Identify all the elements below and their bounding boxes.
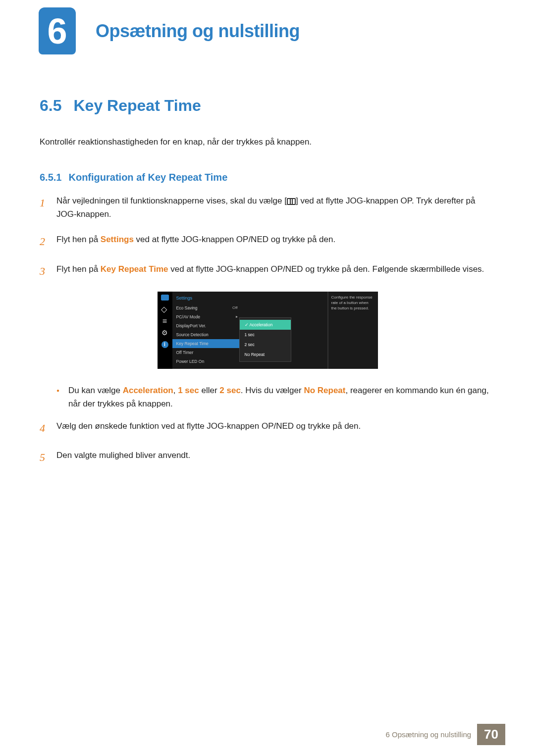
text-fragment: Når vejledningen til funktionsknapperne … [56, 196, 287, 205]
section-intro: Kontrollér reaktionshastigheden for en k… [40, 137, 495, 147]
page-footer: 6 Opsætning og nulstilling 70 [385, 724, 505, 745]
step-text: Vælg den ønskede funktion ved at flytte … [56, 419, 495, 437]
osd-item-label: Power LED On [176, 359, 205, 364]
osd-item-label: PC/AV Mode [176, 314, 201, 319]
gear-icon [160, 329, 169, 336]
text-fragment: Flyt hen på [56, 264, 101, 274]
osd-menu-item: Source Detection [172, 330, 242, 339]
section-heading: 6.5Key Repeat Time [40, 97, 495, 115]
chapter-number: 6 [39, 7, 76, 54]
section-number: 6.5 [40, 97, 61, 114]
subsection-number: 6.5.1 [40, 172, 61, 183]
subsection-title: Konfiguration af Key Repeat Time [68, 172, 227, 183]
osd-menu-item: Eco SavingOff [172, 303, 242, 312]
step-list-continued: 4 Vælg den ønskede funktion ved at flytt… [40, 419, 495, 466]
osd-menu-item: PC/AV Mode▸ [172, 312, 242, 321]
arrows-icon [161, 305, 169, 313]
highlighted-term: Key Repeat Time [101, 264, 168, 274]
step-item: 2 Flyt hen på Settings ved at flytte JOG… [40, 233, 495, 250]
step-text: Flyt hen på Key Repeat Time ved at flytt… [56, 262, 495, 280]
osd-item-label: Eco Saving [176, 305, 198, 310]
osd-description: Configure the response rate of a button … [328, 292, 378, 369]
step-text: Flyt hen på Settings ved at flytte JOG-k… [56, 233, 495, 250]
section-title: Key Repeat Time [73, 97, 201, 114]
text-fragment: , [173, 386, 178, 395]
step-number: 2 [40, 233, 54, 250]
osd-popup-item-active: Acceleration [240, 320, 291, 330]
list-icon [161, 318, 169, 324]
bullet-icon: ● [56, 387, 59, 410]
step-item: 1 Når vejledningen til funktionsknappern… [40, 194, 495, 221]
step-number: 3 [40, 262, 54, 280]
step-text: Den valgte mulighed bliver anvendt. [56, 449, 495, 466]
monitor-icon [161, 295, 169, 301]
highlighted-term: Settings [101, 235, 134, 244]
osd-item-value: Off [232, 305, 238, 310]
osd-item-label: DisplayPort Ver. [176, 323, 206, 328]
osd-popup: Acceleration 1 sec 2 sec No Repeat [239, 317, 291, 362]
highlighted-term: 2 sec [219, 386, 241, 395]
subsection-heading: 6.5.1Konfiguration af Key Repeat Time [40, 172, 495, 183]
osd-popup-item: 1 sec [240, 330, 291, 340]
chapter-header: 6 Opsætning og nulstilling [0, 7, 535, 54]
step-number: 5 [40, 449, 54, 466]
osd-menu-item: Power LED On [172, 357, 242, 366]
bullet-text: Du kan vælge Acceleration, 1 sec eller 2… [68, 384, 495, 410]
osd-menu-title: Settings [172, 295, 242, 303]
osd-item-label: Key Repeat Time [176, 341, 209, 346]
menu-icon [287, 198, 296, 205]
step-item: 4 Vælg den ønskede funktion ved at flytt… [40, 419, 495, 437]
text-fragment: Du kan vælge [68, 386, 123, 395]
osd-popup-item: 2 sec [240, 340, 291, 350]
osd-screenshot: i Settings Eco SavingOff PC/AV Mode▸ Dis… [40, 292, 495, 369]
chapter-title: Opsætning og nulstilling [96, 21, 300, 42]
osd-menu: Settings Eco SavingOff PC/AV Mode▸ Displ… [172, 292, 242, 369]
osd-menu-item-selected: Key Repeat Time [172, 339, 242, 348]
step-number: 4 [40, 419, 54, 437]
text-fragment: eller [199, 386, 220, 395]
info-icon: i [161, 341, 168, 348]
footer-text: 6 Opsætning og nulstilling [385, 730, 471, 739]
page-number: 70 [477, 724, 505, 745]
highlighted-term: No Repeat [304, 386, 345, 395]
osd-menu-item: Off Timer [172, 348, 242, 357]
bullet-list: ● Du kan vælge Acceleration, 1 sec eller… [40, 384, 495, 410]
step-item: 5 Den valgte mulighed bliver anvendt. [40, 449, 495, 466]
osd-item-label: Off Timer [176, 350, 194, 355]
step-number: 1 [40, 194, 54, 221]
text-fragment: Flyt hen på [56, 235, 101, 244]
osd-icon-column: i [158, 292, 172, 369]
osd-menu-item: DisplayPort Ver. [172, 321, 242, 330]
highlighted-term: Acceleration [123, 386, 173, 395]
highlighted-term: 1 sec [178, 386, 199, 395]
bullet-item: ● Du kan vælge Acceleration, 1 sec eller… [56, 384, 495, 410]
osd-item-value: ▸ [236, 314, 238, 319]
osd-popup-item: No Repeat [240, 350, 291, 359]
step-text: Når vejledningen til funktionsknapperne … [56, 194, 495, 221]
osd-item-label: Source Detection [176, 332, 209, 337]
text-fragment: ved at flytte JOG-knappen OP/NED og tryk… [168, 264, 484, 274]
step-item: 3 Flyt hen på Key Repeat Time ved at fly… [40, 262, 495, 280]
text-fragment: ved at flytte JOG-knappen OP/NED og tryk… [134, 235, 335, 244]
step-list: 1 Når vejledningen til funktionsknappern… [40, 194, 495, 280]
text-fragment: . Hvis du vælger [241, 386, 304, 395]
